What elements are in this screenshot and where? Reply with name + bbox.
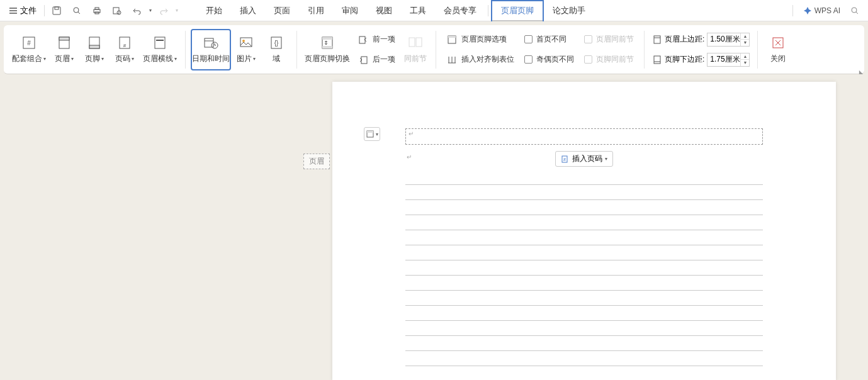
bottom-margin-input[interactable]: 1.75厘米 ▲▼ (707, 53, 750, 67)
top-margin-label: 页眉上边距: (665, 34, 704, 45)
search-icon[interactable] (849, 5, 860, 16)
header-options-float[interactable]: ▾ (364, 127, 380, 141)
odd-even-checkbox[interactable]: 奇偶页不同 (522, 52, 577, 68)
top-margin-input[interactable]: 1.50厘米 ▲▼ (707, 33, 750, 47)
datetime-icon (203, 35, 219, 51)
field-button[interactable]: {} 域 (261, 29, 291, 70)
save-icon[interactable] (51, 5, 62, 16)
file-label: 文件 (20, 5, 37, 16)
svg-rect-17 (155, 37, 165, 48)
pageno-insert-icon: # (561, 155, 570, 164)
switch-icon (319, 35, 335, 51)
document-canvas[interactable]: ▾ 页眉 ↵ # 插入页码 ▾ (0, 74, 868, 380)
ai-icon (803, 6, 812, 15)
options-icon (446, 34, 458, 45)
separator (757, 31, 758, 69)
svg-rect-27 (322, 37, 332, 40)
separator (296, 31, 297, 69)
redo-icon[interactable] (158, 5, 169, 16)
tab-view[interactable]: 视图 (367, 1, 401, 20)
svg-rect-29 (359, 36, 365, 43)
header-edit-area[interactable] (405, 128, 763, 145)
tab-tools[interactable]: 工具 (401, 1, 435, 20)
header-icon (56, 35, 72, 51)
svg-rect-30 (361, 57, 367, 64)
page[interactable]: ▾ 页眉 ↵ # 插入页码 ▾ (332, 82, 836, 380)
spin-down[interactable]: ▼ (741, 40, 749, 46)
tab-member[interactable]: 会员专享 (435, 1, 485, 20)
tab-review[interactable]: 审阅 (333, 1, 367, 20)
svg-rect-41 (367, 131, 373, 133)
bottom-margin-icon (652, 55, 662, 65)
file-menu[interactable]: 文件 (5, 3, 40, 19)
svg-rect-12 (59, 37, 69, 40)
headerline-icon (152, 35, 168, 51)
header-float-icon (366, 130, 375, 138)
header-tab-label: 页眉 (303, 154, 330, 169)
print-preview-icon[interactable] (71, 5, 82, 16)
redo-dropdown[interactable]: ▾ (176, 8, 178, 13)
header-same-checkbox: 页眉同前节 (582, 31, 636, 48)
spin-up[interactable]: ▲ (741, 33, 749, 40)
align-button[interactable]: 插入对齐制表位 (444, 52, 517, 68)
prev-button[interactable]: 前一项 (355, 31, 398, 48)
svg-rect-32 (416, 38, 422, 47)
spin-down[interactable]: ▼ (741, 60, 749, 66)
svg-rect-35 (654, 36, 660, 43)
svg-rect-28 (322, 46, 332, 48)
checkbox-icon (524, 55, 533, 64)
print-icon[interactable] (91, 5, 103, 16)
options-button[interactable]: 页眉页脚选项 (444, 31, 517, 48)
pageno-button[interactable]: # 页码▾ (110, 29, 140, 70)
align-icon (446, 54, 458, 65)
first-diff-checkbox[interactable]: 首页不同 (522, 31, 577, 48)
tab-thesis[interactable]: 论文助手 (544, 1, 594, 20)
next-button[interactable]: 后一项 (355, 52, 398, 68)
close-icon (770, 35, 786, 51)
svg-text:{}: {} (274, 40, 279, 47)
svg-text:#: # (27, 40, 31, 47)
datetime-button[interactable]: 日期和时间 (191, 29, 231, 70)
tab-reference[interactable]: 引用 (299, 1, 333, 20)
next-icon (358, 54, 369, 65)
svg-rect-34 (448, 36, 456, 38)
svg-point-8 (852, 8, 857, 13)
top-margin-icon (652, 35, 662, 45)
spin-up[interactable]: ▲ (741, 53, 749, 60)
footer-button[interactable]: 页脚▾ (79, 29, 110, 70)
undo-dropdown[interactable]: ▾ (149, 8, 152, 13)
wps-ai-button[interactable]: WPS AI (803, 6, 840, 15)
same-icon (407, 35, 424, 51)
svg-text:#: # (563, 157, 566, 162)
tab-insert[interactable]: 插入 (231, 1, 265, 20)
pageno-icon: # (116, 35, 133, 51)
separator (644, 31, 645, 69)
find-icon[interactable] (111, 5, 123, 16)
body-lines (405, 170, 763, 380)
switch-button[interactable]: 页眉页脚切换 (302, 29, 352, 70)
combo-button[interactable]: # 配套组合▾ (9, 29, 49, 70)
hamburger-icon (9, 6, 18, 15)
paragraph-mark: ↵ (407, 154, 412, 160)
svg-text:#: # (123, 43, 127, 48)
separator (488, 5, 488, 16)
svg-rect-19 (205, 38, 213, 47)
close-button[interactable]: 关闭 (763, 29, 793, 70)
svg-rect-37 (654, 56, 660, 64)
tab-page[interactable]: 页面 (265, 1, 299, 20)
tab-header-footer[interactable]: 页眉页脚 (491, 0, 544, 21)
tab-start[interactable]: 开始 (197, 1, 231, 20)
separator (792, 5, 793, 16)
footer-icon (86, 35, 103, 51)
picture-button[interactable]: 图片▾ (231, 29, 261, 70)
svg-rect-0 (53, 7, 60, 14)
separator (185, 31, 186, 69)
insert-pageno-button[interactable]: # 插入页码 ▾ (555, 151, 613, 167)
same-button: 同前节 (400, 29, 431, 70)
header-button[interactable]: 页眉▾ (49, 29, 79, 70)
prev-icon (358, 34, 369, 45)
undo-icon[interactable] (132, 5, 143, 16)
bottom-margin-label: 页脚下边距: (665, 54, 704, 65)
checkbox-icon (584, 35, 592, 43)
headerline-button[interactable]: 页眉横线▾ (140, 29, 180, 70)
